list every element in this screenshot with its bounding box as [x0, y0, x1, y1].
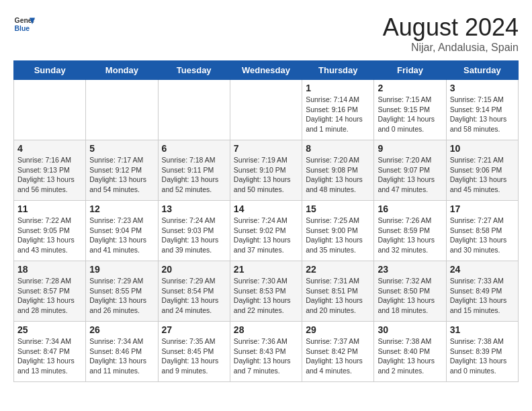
calendar-header-row: Sunday Monday Tuesday Wednesday Thursday… — [14, 61, 519, 80]
day-info: Sunrise: 7:27 AMSunset: 8:58 PMDaylight:… — [450, 216, 515, 255]
day-number: 19 — [89, 264, 154, 275]
day-number: 20 — [162, 264, 226, 275]
day-number: 7 — [234, 143, 298, 154]
table-row: 8Sunrise: 7:20 AMSunset: 9:08 PMDaylight… — [302, 140, 374, 201]
day-info: Sunrise: 7:29 AMSunset: 8:54 PMDaylight:… — [162, 276, 226, 316]
day-info: Sunrise: 7:31 AMSunset: 8:51 PMDaylight:… — [306, 276, 370, 316]
day-info: Sunrise: 7:38 AMSunset: 8:40 PMDaylight:… — [378, 336, 442, 376]
col-sunday: Sunday — [14, 61, 86, 80]
day-number: 21 — [234, 264, 298, 275]
page-title: August 2024 — [383, 13, 519, 42]
table-row: 29Sunrise: 7:37 AMSunset: 8:42 PMDayligh… — [302, 322, 374, 382]
calendar-week-row: 18Sunrise: 7:28 AMSunset: 8:57 PMDayligh… — [14, 261, 519, 322]
day-info: Sunrise: 7:15 AMSunset: 9:15 PMDaylight:… — [378, 95, 442, 134]
day-info: Sunrise: 7:38 AMSunset: 8:39 PMDaylight:… — [450, 336, 515, 376]
day-number: 27 — [162, 324, 226, 335]
table-row: 21Sunrise: 7:30 AMSunset: 8:53 PMDayligh… — [230, 261, 302, 322]
col-wednesday: Wednesday — [230, 61, 302, 80]
day-info: Sunrise: 7:24 AMSunset: 9:02 PMDaylight:… — [234, 216, 298, 255]
calendar-table: Sunday Monday Tuesday Wednesday Thursday… — [13, 60, 519, 382]
table-row: 4Sunrise: 7:16 AMSunset: 9:13 PMDaylight… — [14, 140, 86, 201]
day-number: 24 — [450, 264, 515, 275]
day-number: 31 — [450, 324, 515, 335]
day-info: Sunrise: 7:17 AMSunset: 9:12 PMDaylight:… — [89, 155, 154, 195]
table-row: 20Sunrise: 7:29 AMSunset: 8:54 PMDayligh… — [158, 261, 230, 322]
calendar-week-row: 4Sunrise: 7:16 AMSunset: 9:13 PMDaylight… — [14, 140, 519, 201]
col-monday: Monday — [86, 61, 158, 80]
day-number: 5 — [89, 143, 154, 154]
day-number: 10 — [450, 143, 515, 154]
day-info: Sunrise: 7:33 AMSunset: 8:49 PMDaylight:… — [450, 276, 515, 316]
table-row: 27Sunrise: 7:35 AMSunset: 8:45 PMDayligh… — [158, 322, 230, 382]
day-number: 15 — [306, 203, 370, 214]
day-number: 22 — [306, 264, 370, 275]
day-info: Sunrise: 7:23 AMSunset: 9:04 PMDaylight:… — [89, 216, 154, 255]
day-number: 26 — [89, 324, 154, 335]
day-info: Sunrise: 7:28 AMSunset: 8:57 PMDaylight:… — [17, 276, 82, 316]
table-row: 13Sunrise: 7:24 AMSunset: 9:03 PMDayligh… — [158, 201, 230, 261]
table-row: 16Sunrise: 7:26 AMSunset: 8:59 PMDayligh… — [374, 201, 446, 261]
table-row: 19Sunrise: 7:29 AMSunset: 8:55 PMDayligh… — [86, 261, 158, 322]
table-row: 3Sunrise: 7:15 AMSunset: 9:14 PMDaylight… — [446, 80, 518, 140]
day-info: Sunrise: 7:22 AMSunset: 9:05 PMDaylight:… — [17, 216, 82, 255]
col-friday: Friday — [374, 61, 446, 80]
day-number: 1 — [306, 83, 370, 93]
day-info: Sunrise: 7:20 AMSunset: 9:07 PMDaylight:… — [378, 155, 442, 195]
day-info: Sunrise: 7:19 AMSunset: 9:10 PMDaylight:… — [234, 155, 298, 195]
col-thursday: Thursday — [302, 61, 374, 80]
table-row: 2Sunrise: 7:15 AMSunset: 9:15 PMDaylight… — [374, 80, 446, 140]
day-info: Sunrise: 7:32 AMSunset: 8:50 PMDaylight:… — [378, 276, 442, 316]
day-info: Sunrise: 7:25 AMSunset: 9:00 PMDaylight:… — [306, 216, 370, 255]
table-row — [230, 80, 302, 140]
table-row: 17Sunrise: 7:27 AMSunset: 8:58 PMDayligh… — [446, 201, 518, 261]
day-info: Sunrise: 7:29 AMSunset: 8:55 PMDaylight:… — [89, 276, 154, 316]
table-row — [14, 80, 86, 140]
day-number: 12 — [89, 203, 154, 214]
day-info: Sunrise: 7:26 AMSunset: 8:59 PMDaylight:… — [378, 216, 442, 255]
table-row: 30Sunrise: 7:38 AMSunset: 8:40 PMDayligh… — [374, 322, 446, 382]
table-row: 28Sunrise: 7:36 AMSunset: 8:43 PMDayligh… — [230, 322, 302, 382]
day-info: Sunrise: 7:18 AMSunset: 9:11 PMDaylight:… — [162, 155, 226, 195]
day-number: 23 — [378, 264, 442, 275]
day-info: Sunrise: 7:24 AMSunset: 9:03 PMDaylight:… — [162, 216, 226, 255]
day-number: 28 — [234, 324, 298, 335]
day-info: Sunrise: 7:35 AMSunset: 8:45 PMDaylight:… — [162, 336, 226, 376]
table-row: 9Sunrise: 7:20 AMSunset: 9:07 PMDaylight… — [374, 140, 446, 201]
table-row: 31Sunrise: 7:38 AMSunset: 8:39 PMDayligh… — [446, 322, 518, 382]
day-number: 8 — [306, 143, 370, 154]
table-row: 5Sunrise: 7:17 AMSunset: 9:12 PMDaylight… — [86, 140, 158, 201]
day-number: 29 — [306, 324, 370, 335]
day-info: Sunrise: 7:34 AMSunset: 8:46 PMDaylight:… — [89, 336, 154, 376]
day-number: 9 — [378, 143, 442, 154]
table-row: 18Sunrise: 7:28 AMSunset: 8:57 PMDayligh… — [14, 261, 86, 322]
title-block: August 2024 Nijar, Andalusia, Spain — [383, 13, 519, 54]
table-row: 22Sunrise: 7:31 AMSunset: 8:51 PMDayligh… — [302, 261, 374, 322]
day-info: Sunrise: 7:15 AMSunset: 9:14 PMDaylight:… — [450, 95, 515, 134]
table-row: 11Sunrise: 7:22 AMSunset: 9:05 PMDayligh… — [14, 201, 86, 261]
table-row: 6Sunrise: 7:18 AMSunset: 9:11 PMDaylight… — [158, 140, 230, 201]
page-header: General Blue August 2024 Nijar, Andalusi… — [13, 13, 519, 54]
day-number: 4 — [17, 143, 82, 154]
table-row — [86, 80, 158, 140]
table-row — [158, 80, 230, 140]
day-info: Sunrise: 7:34 AMSunset: 8:47 PMDaylight:… — [17, 336, 82, 376]
table-row: 23Sunrise: 7:32 AMSunset: 8:50 PMDayligh… — [374, 261, 446, 322]
table-row: 26Sunrise: 7:34 AMSunset: 8:46 PMDayligh… — [86, 322, 158, 382]
page-subtitle: Nijar, Andalusia, Spain — [383, 42, 519, 54]
day-number: 11 — [17, 203, 82, 214]
day-number: 2 — [378, 83, 442, 93]
day-number: 6 — [162, 143, 226, 154]
table-row: 7Sunrise: 7:19 AMSunset: 9:10 PMDaylight… — [230, 140, 302, 201]
day-number: 17 — [450, 203, 515, 214]
day-number: 3 — [450, 83, 515, 93]
col-tuesday: Tuesday — [158, 61, 230, 80]
table-row: 25Sunrise: 7:34 AMSunset: 8:47 PMDayligh… — [14, 322, 86, 382]
table-row: 12Sunrise: 7:23 AMSunset: 9:04 PMDayligh… — [86, 201, 158, 261]
calendar-week-row: 25Sunrise: 7:34 AMSunset: 8:47 PMDayligh… — [14, 322, 519, 382]
calendar-week-row: 11Sunrise: 7:22 AMSunset: 9:05 PMDayligh… — [14, 201, 519, 261]
day-info: Sunrise: 7:14 AMSunset: 9:16 PMDaylight:… — [306, 95, 370, 134]
day-number: 13 — [162, 203, 226, 214]
table-row: 14Sunrise: 7:24 AMSunset: 9:02 PMDayligh… — [230, 201, 302, 261]
day-info: Sunrise: 7:20 AMSunset: 9:08 PMDaylight:… — [306, 155, 370, 195]
svg-text:Blue: Blue — [15, 25, 30, 32]
